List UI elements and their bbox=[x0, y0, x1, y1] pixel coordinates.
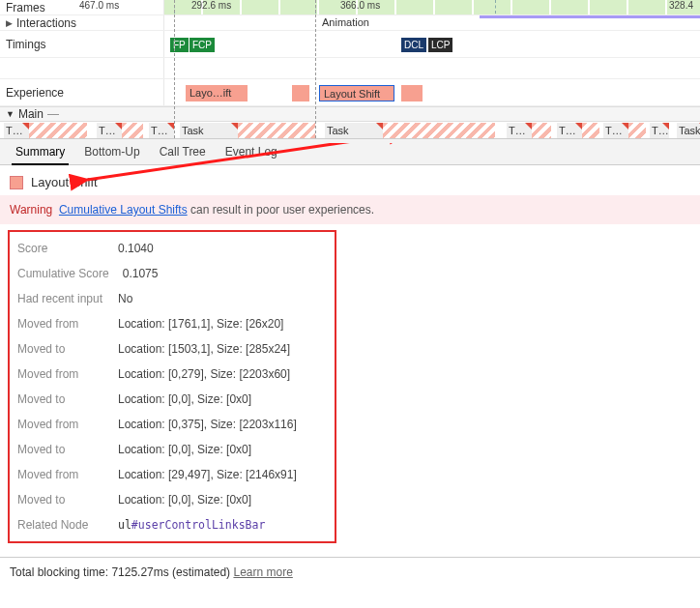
task-block[interactable]: T… bbox=[4, 123, 29, 138]
expand-icon[interactable]: ▶ bbox=[6, 18, 13, 28]
experience-block-small[interactable] bbox=[292, 85, 309, 101]
task-block[interactable]: T… bbox=[149, 123, 174, 138]
details-tabbar: Summary Bottom-Up Call Tree Event Log bbox=[0, 139, 700, 165]
track-spacer bbox=[0, 58, 700, 79]
timing-dcl[interactable]: DCL bbox=[401, 38, 426, 52]
experience-block[interactable]: Layo…ift bbox=[186, 85, 248, 101]
detail-row: Moved fromLocation: [0,279], Size: [2203… bbox=[10, 362, 335, 387]
task-hatch bbox=[582, 123, 599, 138]
task-block[interactable]: T… bbox=[650, 123, 669, 138]
task-hatch bbox=[532, 123, 551, 138]
track-label-experience: Experience bbox=[0, 79, 164, 105]
tab-call-tree[interactable]: Call Tree bbox=[150, 139, 216, 164]
experience-block-selected[interactable]: Layout Shift bbox=[319, 85, 394, 101]
detail-row: Cumulative Score0.1075 bbox=[10, 261, 335, 286]
task-block[interactable]: Task bbox=[325, 123, 383, 138]
footer-row: Total blocking time: 7125.27ms (estimate… bbox=[0, 557, 700, 587]
track-label-timings: Timings bbox=[0, 31, 164, 57]
detail-row: Had recent inputNo bbox=[10, 286, 335, 311]
track-label-main: Main bbox=[18, 107, 44, 121]
timing-fcp[interactable]: FCP bbox=[190, 38, 215, 52]
collapse-icon[interactable]: ▼ bbox=[6, 109, 15, 119]
task-block[interactable]: T… bbox=[97, 123, 122, 138]
color-swatch bbox=[10, 176, 23, 189]
frame-time: 328.4 bbox=[669, 0, 693, 11]
frame-time: 366.0 ms bbox=[340, 0, 380, 11]
warning-prefix: Warning bbox=[10, 203, 52, 217]
learn-more-link[interactable]: Learn more bbox=[233, 565, 292, 579]
detail-row: Moved fromLocation: [0,375], Size: [2203… bbox=[10, 412, 335, 437]
animation-bar[interactable] bbox=[480, 15, 700, 18]
detail-row: Moved fromLocation: [29,497], Size: [214… bbox=[10, 462, 335, 487]
frame-time: 292.6 ms bbox=[191, 0, 231, 11]
tab-bottom-up[interactable]: Bottom-Up bbox=[74, 139, 149, 164]
detail-row: Moved toLocation: [1503,1], Size: [285x2… bbox=[10, 336, 335, 362]
frame-time: 467.0 ms bbox=[79, 0, 119, 11]
track-frames: Frames 467.0 ms 292.6 ms 366.0 ms 328.4 bbox=[0, 0, 700, 15]
timing-lcp[interactable]: LCP bbox=[428, 38, 452, 52]
task-hatch bbox=[29, 123, 87, 138]
detail-row: Moved toLocation: [0,0], Size: [0x0] bbox=[10, 437, 335, 462]
task-hatch bbox=[628, 123, 646, 138]
track-main-header[interactable]: ▼ Main — bbox=[0, 106, 700, 121]
track-experience: Experience Layo…ift Layout Shift bbox=[0, 79, 700, 106]
summary-details-box: Score0.1040 Cumulative Score0.1075 Had r… bbox=[8, 230, 336, 543]
detail-row: Moved toLocation: [0,0], Size: [0x0] bbox=[10, 487, 335, 512]
task-block[interactable]: Task bbox=[180, 123, 238, 138]
track-interactions: ▶ Interactions Animation bbox=[0, 15, 700, 31]
detail-row: Moved toLocation: [0,0], Size: [0x0] bbox=[10, 387, 335, 412]
tab-event-log[interactable]: Event Log bbox=[216, 139, 287, 164]
frames-body[interactable]: 467.0 ms 292.6 ms 366.0 ms 328.4 bbox=[164, 0, 700, 14]
detail-row-related: Related Node ul#userControlLinksBar bbox=[10, 512, 335, 537]
timeline-tracks: Frames 467.0 ms 292.6 ms 366.0 ms 328.4 … bbox=[0, 0, 700, 139]
task-block[interactable]: Task bbox=[677, 123, 700, 138]
animation-label: Animation bbox=[322, 16, 369, 28]
related-node[interactable]: ul#userControlLinksBar bbox=[118, 518, 265, 532]
task-block[interactable]: T… bbox=[507, 123, 532, 138]
task-hatch bbox=[122, 123, 143, 138]
detail-row: Score0.1040 bbox=[10, 236, 335, 261]
tab-summary[interactable]: Summary bbox=[6, 139, 74, 164]
main-tasks-strip[interactable]: T… T… T… Task Task T… T… T… T… Task bbox=[0, 121, 700, 138]
timing-fp[interactable]: FP bbox=[170, 38, 189, 52]
track-label-interactions: ▶ Interactions bbox=[0, 15, 164, 30]
task-block[interactable]: T… bbox=[557, 123, 582, 138]
warning-link[interactable]: Cumulative Layout Shifts bbox=[59, 203, 188, 217]
detail-row: Moved fromLocation: [1761,1], Size: [26x… bbox=[10, 311, 335, 336]
warning-row: Warning Cumulative Layout Shifts can res… bbox=[0, 195, 700, 224]
track-timings: Timings FP FCP DCL LCP bbox=[0, 31, 700, 58]
summary-title: Layout Shift bbox=[31, 175, 98, 189]
blocking-time-text: Total blocking time: 7125.27ms (estimate… bbox=[10, 565, 230, 579]
experience-block-small[interactable] bbox=[401, 85, 423, 101]
task-hatch bbox=[238, 123, 315, 138]
task-hatch bbox=[383, 123, 495, 138]
summary-title-row: Layout Shift bbox=[0, 165, 700, 195]
task-block[interactable]: T… bbox=[603, 123, 628, 138]
